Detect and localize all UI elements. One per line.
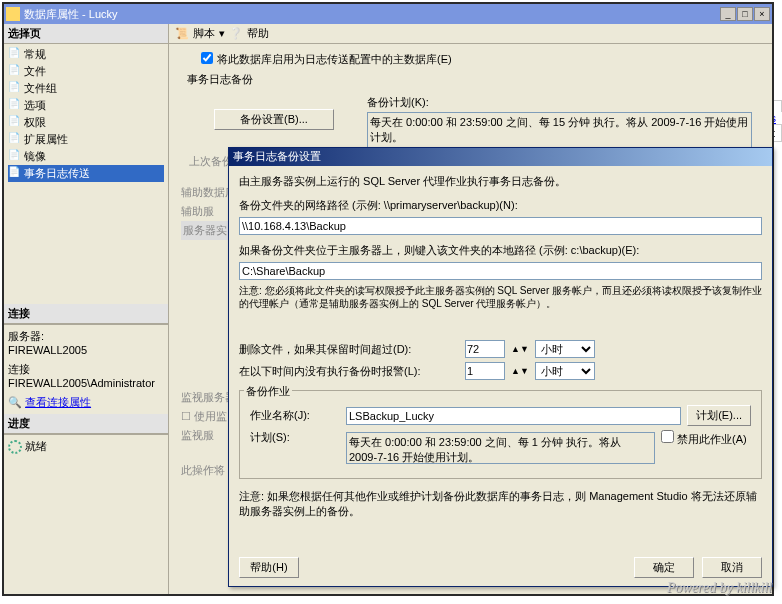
dialog-ok-button[interactable]: 确定: [634, 557, 694, 578]
delete-unit-select[interactable]: 小时: [535, 340, 595, 358]
local-path-input[interactable]: [239, 262, 762, 280]
dialog-cancel-button[interactable]: 取消: [702, 557, 762, 578]
maximize-button[interactable]: □: [737, 7, 753, 21]
enable-logshipping-checkbox[interactable]: [201, 52, 213, 64]
help-button[interactable]: 帮助: [247, 26, 269, 41]
script-button[interactable]: 脚本: [193, 26, 215, 41]
delete-hours-input[interactable]: [465, 340, 505, 358]
backup-legend: 事务日志备份: [185, 72, 255, 87]
dialog-help-button[interactable]: 帮助(H): [239, 557, 299, 578]
db-icon: [6, 7, 20, 21]
window-title: 数据库属性 - Lucky: [24, 7, 720, 22]
schedule-box: 每天在 0:00:00 和 23:59:00 之间、每 15 分钟 执行。将从 …: [367, 112, 752, 148]
disable-job-checkbox[interactable]: [661, 430, 674, 443]
close-button[interactable]: ×: [754, 7, 770, 21]
server-name: FIREWALL2005: [8, 344, 164, 356]
sidebar-item-7[interactable]: 事务日志传送: [8, 165, 164, 182]
sidebar-item-5[interactable]: 扩展属性: [8, 131, 164, 148]
sidebar-header: 选择页: [4, 24, 168, 44]
alert-hours-input[interactable]: [465, 362, 505, 380]
sidebar-item-6[interactable]: 镜像: [8, 148, 164, 165]
network-path-input[interactable]: [239, 217, 762, 235]
progress-status: 就绪: [25, 440, 47, 452]
connection-header: 连接: [4, 304, 168, 324]
progress-header: 进度: [4, 414, 168, 434]
sidebar-item-2[interactable]: 文件组: [8, 80, 164, 97]
help-icon: ❔: [229, 27, 243, 41]
minimize-button[interactable]: _: [720, 7, 736, 21]
sidebar-item-4[interactable]: 权限: [8, 114, 164, 131]
enable-logshipping-label: 将此数据库启用为日志传送配置中的主数据库(E): [217, 52, 452, 67]
sidebar-item-0[interactable]: 常规: [8, 46, 164, 63]
connection-user: FIREWALL2005\Administrator: [8, 377, 164, 389]
script-icon: 📜: [175, 27, 189, 41]
dialog-title: 事务日志备份设置: [229, 148, 772, 166]
watermark: Powered by killkill: [667, 580, 772, 596]
alert-unit-select[interactable]: 小时: [535, 362, 595, 380]
progress-icon: [8, 440, 22, 454]
job-name-input[interactable]: [346, 407, 681, 425]
page-tree: 常规文件文件组选项权限扩展属性镜像事务日志传送: [4, 44, 168, 184]
sidebar-item-3[interactable]: 选项: [8, 97, 164, 114]
sidebar: 选择页 常规文件文件组选项权限扩展属性镜像事务日志传送 连接 服务器: FIRE…: [4, 24, 169, 594]
titlebar: 数据库属性 - Lucky _ □ ×: [4, 4, 772, 24]
view-connection-link[interactable]: 查看连接属性: [25, 396, 91, 408]
backup-settings-dialog: 事务日志备份设置 由主服务器实例上运行的 SQL Server 代理作业执行事务…: [228, 147, 773, 587]
backup-settings-button[interactable]: 备份设置(B)...: [214, 109, 334, 130]
sidebar-item-1[interactable]: 文件: [8, 63, 164, 80]
schedule-button[interactable]: 计划(E)...: [687, 405, 751, 426]
